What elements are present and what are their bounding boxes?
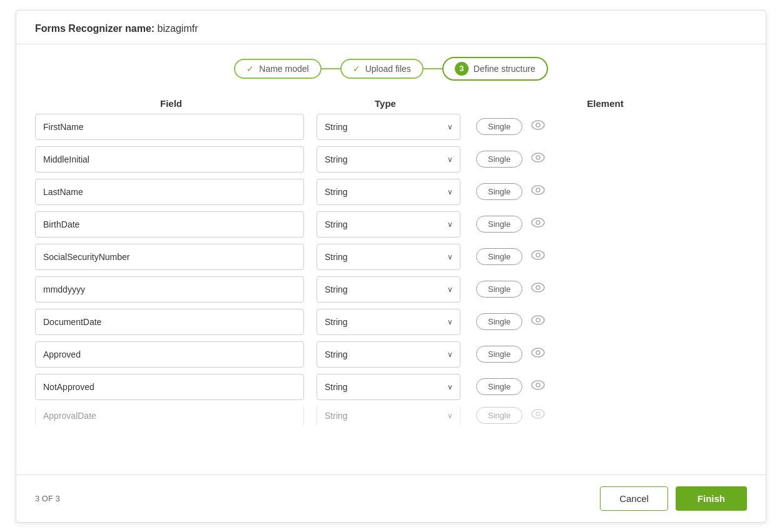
svg-point-14 xyxy=(532,348,544,357)
col-element-header: Element xyxy=(464,98,747,109)
eye-icon[interactable] xyxy=(531,120,545,133)
element-badge[interactable]: Single xyxy=(476,346,522,363)
footer-step-label: 3 OF 3 xyxy=(35,494,60,503)
svg-point-12 xyxy=(532,316,544,324)
svg-point-19 xyxy=(536,412,540,416)
type-select[interactable]: StringNumberDateBoolean xyxy=(317,374,460,400)
svg-point-18 xyxy=(532,409,544,418)
type-select[interactable]: StringNumberDateBoolean xyxy=(317,341,460,368)
field-input[interactable] xyxy=(35,179,304,205)
type-select-wrapper: StringNumberDateBoolean∨ xyxy=(317,341,460,368)
element-badge[interactable]: Single xyxy=(476,118,522,135)
field-input[interactable] xyxy=(35,309,304,335)
step-1-label: Name model xyxy=(259,64,308,74)
element-badge[interactable]: Single xyxy=(476,248,522,265)
element-badge[interactable]: Single xyxy=(476,216,522,233)
svg-point-4 xyxy=(532,186,544,194)
header-name: bizagimfr xyxy=(158,23,198,34)
steps-container: ✓ Name model ✓ Upload files 3 Define str… xyxy=(16,44,766,87)
step-2-label: Upload files xyxy=(365,64,411,74)
table-row: StringNumberDateBoolean∨Single xyxy=(35,406,744,425)
element-badge[interactable]: Single xyxy=(476,313,522,330)
type-select[interactable]: StringNumberDateBoolean xyxy=(317,211,460,238)
element-badge[interactable]: Single xyxy=(476,183,522,200)
eye-icon[interactable] xyxy=(531,250,545,263)
header-label: Forms Recognizer name: xyxy=(35,23,155,34)
cancel-button[interactable]: Cancel xyxy=(600,486,668,511)
element-badge[interactable]: Single xyxy=(476,281,522,298)
svg-point-8 xyxy=(532,251,544,259)
eye-icon[interactable] xyxy=(531,315,545,328)
svg-point-2 xyxy=(532,153,544,162)
step-connector-1 xyxy=(322,68,340,69)
eye-icon[interactable] xyxy=(531,218,545,231)
table-row: StringNumberDateBoolean∨Single xyxy=(35,179,744,205)
svg-point-15 xyxy=(536,351,540,354)
type-select-wrapper: StringNumberDateBoolean∨ xyxy=(317,179,460,205)
type-select[interactable]: StringNumberDateBoolean xyxy=(317,179,460,205)
step-1-check: ✓ xyxy=(246,64,254,74)
svg-point-5 xyxy=(536,188,540,192)
field-input[interactable] xyxy=(35,211,304,238)
table-row: StringNumberDateBoolean∨Single xyxy=(35,146,744,173)
type-select[interactable]: StringNumberDateBoolean xyxy=(317,244,460,270)
field-input[interactable] xyxy=(35,276,304,303)
type-select[interactable]: StringNumberDateBoolean xyxy=(317,146,460,173)
svg-point-16 xyxy=(532,381,544,389)
table-row: StringNumberDateBoolean∨Single xyxy=(35,114,744,140)
svg-point-6 xyxy=(532,218,544,227)
type-select-wrapper: StringNumberDateBoolean∨ xyxy=(317,406,460,425)
svg-point-7 xyxy=(536,221,540,224)
scroll-area[interactable]: StringNumberDateBoolean∨Single StringNum… xyxy=(35,114,747,468)
content-area: Field Type Element StringNumberDateBoole… xyxy=(16,87,766,474)
step-3: 3 Define structure xyxy=(442,57,548,81)
svg-point-0 xyxy=(532,121,544,129)
eye-icon[interactable] xyxy=(531,348,545,361)
eye-icon[interactable] xyxy=(531,153,545,166)
dialog-footer: 3 OF 3 Cancel Finish xyxy=(16,474,766,522)
svg-point-1 xyxy=(536,123,540,127)
type-select[interactable]: StringNumberDateBoolean xyxy=(317,309,460,335)
table-row: StringNumberDateBoolean∨Single xyxy=(35,309,744,335)
table-row: StringNumberDateBoolean∨Single xyxy=(35,211,744,238)
eye-icon[interactable] xyxy=(531,409,545,422)
type-select-wrapper: StringNumberDateBoolean∨ xyxy=(317,211,460,238)
field-input[interactable] xyxy=(35,114,304,140)
step-3-label: Define structure xyxy=(474,64,536,74)
table-row: StringNumberDateBoolean∨Single xyxy=(35,276,744,303)
step-2-check: ✓ xyxy=(353,64,360,74)
type-select[interactable]: StringNumberDateBoolean xyxy=(317,406,460,425)
eye-icon[interactable] xyxy=(531,283,545,296)
svg-point-13 xyxy=(536,318,540,322)
field-input[interactable] xyxy=(35,374,304,400)
element-badge[interactable]: Single xyxy=(476,378,522,395)
col-field-header: Field xyxy=(35,98,307,109)
type-select-wrapper: StringNumberDateBoolean∨ xyxy=(317,244,460,270)
step-2: ✓ Upload files xyxy=(340,59,424,79)
step-3-number: 3 xyxy=(455,62,469,76)
finish-button[interactable]: Finish xyxy=(676,486,747,511)
table-row: StringNumberDateBoolean∨Single xyxy=(35,244,744,270)
field-input[interactable] xyxy=(35,244,304,270)
element-badge[interactable]: Single xyxy=(476,151,522,168)
element-badge[interactable]: Single xyxy=(476,407,522,424)
type-select-wrapper: StringNumberDateBoolean∨ xyxy=(317,309,460,335)
eye-icon[interactable] xyxy=(531,380,545,393)
col-type-header: Type xyxy=(307,98,464,109)
type-select-wrapper: StringNumberDateBoolean∨ xyxy=(317,374,460,400)
svg-point-11 xyxy=(536,286,540,289)
dialog-header: Forms Recognizer name: bizagimfr xyxy=(16,11,766,44)
type-select[interactable]: StringNumberDateBoolean xyxy=(317,276,460,303)
field-input[interactable] xyxy=(35,341,304,368)
header-title: Forms Recognizer name: bizagimfr xyxy=(35,23,198,34)
field-input[interactable] xyxy=(35,146,304,173)
step-1: ✓ Name model xyxy=(234,59,321,79)
table-row: StringNumberDateBoolean∨Single xyxy=(35,374,744,400)
eye-icon[interactable] xyxy=(531,185,545,198)
field-input[interactable] xyxy=(35,406,304,425)
svg-point-9 xyxy=(536,253,540,257)
svg-point-3 xyxy=(536,156,540,159)
type-select[interactable]: StringNumberDateBoolean xyxy=(317,114,460,140)
table-row: StringNumberDateBoolean∨Single xyxy=(35,341,744,368)
step-connector-2 xyxy=(424,68,442,69)
